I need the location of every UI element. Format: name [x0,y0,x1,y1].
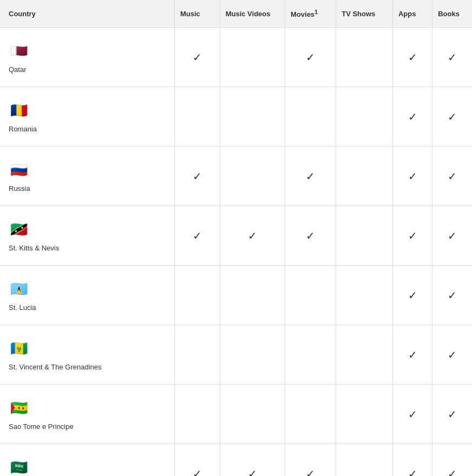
cell-st-vincent-grenadines-books: ✓ [432,325,472,385]
cell-sao-tome-principe-tv_shows [336,385,393,444]
cell-russia-books: ✓ [432,147,472,206]
table-row: 🇷🇴 Romania ✓✓ [0,87,472,147]
checkmark: ✓ [408,468,417,476]
table-row: 🇶🇦 Qatar ✓✓✓✓ [0,28,472,87]
table-row: 🇸🇹 Sao Tome e Principe ✓✓ [0,385,472,444]
checkmark: ✓ [448,349,457,361]
checkmark: ✓ [306,170,315,182]
cell-russia-apps: ✓ [392,147,432,206]
cell-qatar-music_videos [220,28,285,87]
checkmark: ✓ [193,468,202,476]
checkmark: ✓ [306,468,315,476]
checkmark: ✓ [448,230,457,242]
checkmark: ✓ [448,408,457,420]
table-row: 🇱🇨 St. Lucia ✓✓ [0,266,472,325]
checkmark: ✓ [193,230,202,242]
flag-russia: 🇷🇺 [9,160,29,180]
header-music-videos: Music Videos [220,0,285,28]
checkmark: ✓ [408,170,417,182]
checkmark: ✓ [448,289,457,301]
cell-qatar-tv_shows [336,28,393,87]
cell-qatar-apps: ✓ [392,28,432,87]
country-cell-saudi-arabia: 🇸🇦 Saudi Arabia [0,444,174,476]
cell-sao-tome-principe-music_videos [220,385,285,444]
checkmark: ✓ [448,51,457,63]
checkmark: ✓ [408,51,417,63]
table-row: 🇸🇦 Saudi Arabia ✓✓✓✓✓ [0,444,472,476]
cell-st-lucia-books: ✓ [432,266,472,325]
cell-st-kitts-nevis-movies: ✓ [285,206,336,266]
cell-romania-apps: ✓ [392,87,432,147]
cell-st-lucia-music_videos [220,266,285,325]
cell-sao-tome-principe-books: ✓ [432,385,472,444]
cell-st-vincent-grenadines-music_videos [220,325,285,385]
cell-st-lucia-apps: ✓ [392,266,432,325]
cell-st-kitts-nevis-apps: ✓ [392,206,432,266]
country-name-st-kitts-nevis: St. Kitts & Nevis [9,244,59,252]
country-name-romania: Romania [9,125,37,133]
cell-st-vincent-grenadines-tv_shows [336,325,393,385]
cell-romania-books: ✓ [432,87,472,147]
table-row: 🇻🇨 St. Vincent & The Grenadines ✓✓ [0,325,472,385]
flag-st-vincent-grenadines: 🇻🇨 [9,338,29,359]
country-availability-table: Country Music Music Videos Movies1 TV Sh… [0,0,472,476]
checkmark: ✓ [248,230,257,242]
country-cell-sao-tome-principe: 🇸🇹 Sao Tome e Principe [0,385,174,444]
cell-saudi-arabia-books: ✓ [432,444,472,476]
flag-saudi-arabia: 🇸🇦 [9,457,29,476]
cell-st-vincent-grenadines-music [174,325,220,385]
cell-sao-tome-principe-music [174,385,220,444]
country-name-sao-tome-principe: Sao Tome e Principe [9,422,74,431]
cell-saudi-arabia-apps: ✓ [392,444,432,476]
cell-romania-music_videos [220,87,285,147]
header-apps: Apps [392,0,432,28]
checkmark: ✓ [248,468,257,476]
header-movies: Movies1 [285,0,336,28]
checkmark: ✓ [408,230,417,242]
cell-romania-movies [285,87,336,147]
cell-st-kitts-nevis-music_videos: ✓ [220,206,285,266]
checkmark: ✓ [448,170,457,182]
cell-qatar-music: ✓ [174,28,220,87]
cell-romania-music [174,87,220,147]
cell-saudi-arabia-movies: ✓ [285,444,336,476]
flag-qatar: 🇶🇦 [9,41,29,61]
country-name-russia: Russia [9,184,30,193]
cell-saudi-arabia-tv_shows [336,444,393,476]
country-name-qatar: Qatar [9,65,27,74]
country-cell-romania: 🇷🇴 Romania [0,87,174,147]
cell-saudi-arabia-music: ✓ [174,444,220,476]
checkmark: ✓ [408,111,417,123]
checkmark: ✓ [306,51,315,63]
cell-qatar-movies: ✓ [285,28,336,87]
flag-romania: 🇷🇴 [9,100,29,121]
table-row: 🇷🇺 Russia ✓✓✓✓ [0,147,472,206]
cell-romania-tv_shows [336,87,393,147]
country-name-st-vincent-grenadines: St. Vincent & The Grenadines [9,363,102,371]
checkmark: ✓ [448,468,457,476]
cell-saudi-arabia-music_videos: ✓ [220,444,285,476]
table-row: 🇰🇳 St. Kitts & Nevis ✓✓✓✓✓ [0,206,472,266]
country-cell-russia: 🇷🇺 Russia [0,147,174,206]
checkmark: ✓ [408,408,417,420]
cell-russia-tv_shows [336,147,393,206]
cell-russia-movies: ✓ [285,147,336,206]
cell-qatar-books: ✓ [432,28,472,87]
cell-sao-tome-principe-apps: ✓ [392,385,432,444]
flag-sao-tome-principe: 🇸🇹 [9,398,29,418]
checkmark: ✓ [306,230,315,242]
cell-st-kitts-nevis-tv_shows [336,206,393,266]
cell-st-vincent-grenadines-apps: ✓ [392,325,432,385]
country-cell-st-vincent-grenadines: 🇻🇨 St. Vincent & The Grenadines [0,325,174,385]
header-books: Books [432,0,472,28]
flag-st-kitts-nevis: 🇰🇳 [9,219,29,240]
header-music: Music [174,0,220,28]
cell-st-vincent-grenadines-movies [285,325,336,385]
country-cell-st-kitts-nevis: 🇰🇳 St. Kitts & Nevis [0,206,174,266]
cell-russia-music_videos [220,147,285,206]
cell-st-lucia-movies [285,266,336,325]
checkmark: ✓ [193,170,202,182]
cell-st-kitts-nevis-music: ✓ [174,206,220,266]
cell-sao-tome-principe-movies [285,385,336,444]
checkmark: ✓ [408,349,417,361]
